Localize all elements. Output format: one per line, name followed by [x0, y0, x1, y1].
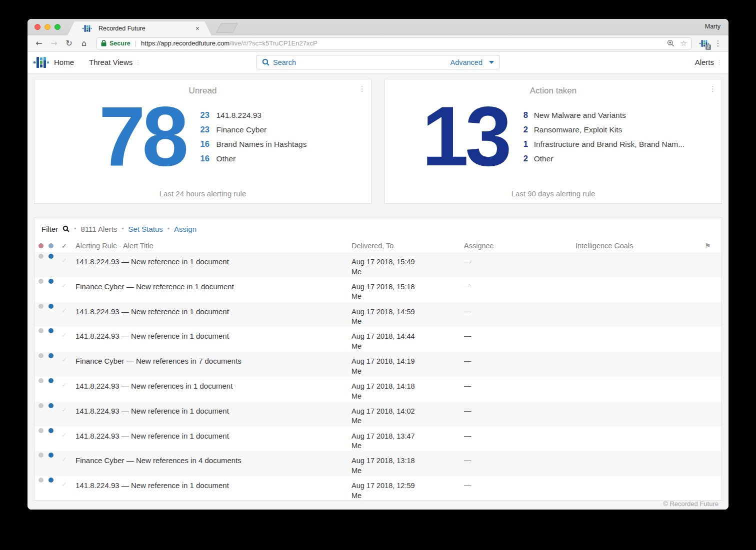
alert-title[interactable]: 141.8.224.93 — New reference in 1 docume…	[76, 302, 352, 316]
row-check-icon[interactable]: ✓	[62, 327, 76, 339]
alert-assignee[interactable]: —	[464, 277, 576, 290]
column-title[interactable]: Alerting Rule - Alert Title	[76, 242, 352, 250]
table-row[interactable]: ✓ 141.8.224.93 — New reference in 1 docu…	[34, 402, 722, 427]
alert-title[interactable]: Finance Cyber — New references in 7 docu…	[76, 352, 352, 365]
alert-assignee[interactable]: —	[464, 252, 576, 265]
table-row[interactable]: ✓ 141.8.224.93 — New reference in 1 docu…	[34, 302, 722, 327]
breakdown-item[interactable]: 2Other	[524, 154, 685, 163]
bookmark-star-icon[interactable]: ☆	[678, 39, 687, 48]
table-row[interactable]: ✓ 141.8.224.93 — New reference in 1 docu…	[34, 327, 722, 352]
breakdown-item[interactable]: 2Ransomware, Exploit Kits	[524, 125, 685, 134]
browser-tab[interactable]: Recorded Future ×	[68, 21, 212, 35]
row-status-dot-icon[interactable]	[38, 478, 44, 483]
alert-title[interactable]: 141.8.224.93 — New references in 1 docum…	[76, 377, 352, 390]
table-row[interactable]: ✓ 141.8.224.93 — New references in 1 doc…	[34, 377, 722, 402]
reload-icon[interactable]: ↻	[62, 38, 76, 48]
row-check-icon[interactable]: ✓	[62, 476, 76, 488]
alert-assignee[interactable]: —	[464, 476, 576, 489]
row-unread-dot-icon[interactable]	[48, 353, 54, 358]
zoom-window-button[interactable]	[54, 24, 60, 30]
search-input[interactable]: Search Advanced	[256, 55, 500, 69]
alert-assignee[interactable]: —	[464, 427, 576, 440]
table-row[interactable]: ✓ Finance Cyber — New references in 7 do…	[34, 352, 722, 377]
row-unread-dot-icon[interactable]	[48, 478, 54, 483]
alert-title[interactable]: 141.8.224.93 — New reference in 1 docume…	[76, 327, 352, 340]
row-unread-dot-icon[interactable]	[48, 378, 54, 383]
table-row[interactable]: ✓ 141.8.224.93 — New reference in 1 docu…	[34, 252, 722, 277]
tab-close-icon[interactable]: ×	[196, 24, 200, 32]
threat-views-menu-icon[interactable]: ⋮	[135, 59, 141, 66]
row-unread-dot-icon[interactable]	[48, 403, 54, 408]
nav-home[interactable]: Home	[54, 58, 74, 66]
minimize-window-button[interactable]	[44, 24, 50, 30]
alert-assignee[interactable]: —	[464, 352, 576, 365]
row-status-dot-icon[interactable]	[38, 304, 44, 309]
row-unread-dot-icon[interactable]	[48, 328, 54, 333]
action-card-menu-icon[interactable]: ⋮	[709, 84, 716, 93]
breakdown-item[interactable]: 23Finance Cyber	[200, 125, 306, 134]
row-check-icon[interactable]: ✓	[62, 302, 76, 314]
row-status-dot-icon[interactable]	[38, 353, 44, 358]
table-row[interactable]: ✓ 141.8.224.93 — New reference in 1 docu…	[34, 476, 722, 501]
select-all-check-icon[interactable]: ✓	[62, 242, 76, 250]
alert-title[interactable]: 141.8.224.93 — New reference in 1 docume…	[76, 427, 352, 440]
row-check-icon[interactable]: ✓	[62, 402, 76, 414]
row-status-dot-icon[interactable]	[38, 378, 44, 383]
nav-threat-views[interactable]: Threat Views	[89, 58, 132, 66]
row-check-icon[interactable]: ✓	[62, 252, 76, 264]
alert-assignee[interactable]: —	[464, 402, 576, 415]
row-check-icon[interactable]: ✓	[62, 427, 76, 439]
table-row[interactable]: ✓ Finance Cyber — New references in 4 do…	[34, 451, 722, 476]
alerts-menu-icon[interactable]: ⋮	[716, 59, 722, 66]
column-assignee[interactable]: Assignee	[464, 242, 576, 250]
row-unread-dot-icon[interactable]	[48, 304, 54, 309]
filter-search-icon[interactable]	[62, 225, 70, 232]
status-red-dot-icon[interactable]	[38, 243, 44, 248]
row-status-dot-icon[interactable]	[38, 453, 44, 458]
row-unread-dot-icon[interactable]	[48, 453, 54, 458]
row-status-dot-icon[interactable]	[38, 403, 44, 408]
alert-title[interactable]: 141.8.224.93 — New reference in 1 docume…	[76, 252, 352, 266]
flag-icon[interactable]: ⚑	[704, 242, 722, 250]
breakdown-item[interactable]: 16Brand Names in Hashtags	[200, 139, 306, 149]
nav-alerts[interactable]: Alerts	[695, 58, 714, 66]
row-status-dot-icon[interactable]	[38, 279, 44, 284]
alert-assignee[interactable]: —	[464, 302, 576, 315]
breakdown-item[interactable]: 8New Malware and Variants	[524, 110, 685, 120]
status-blue-dot-icon[interactable]	[48, 243, 54, 248]
breakdown-item[interactable]: 1Infrastructure and Brand Risk, Brand Na…	[524, 139, 685, 149]
home-icon[interactable]: ⌂	[78, 38, 90, 48]
column-delivered[interactable]: Delivered, To	[352, 242, 464, 250]
alert-title[interactable]: Finance Cyber — New references in 4 docu…	[76, 451, 352, 465]
column-goals[interactable]: Intelligence Goals	[576, 242, 704, 250]
recorded-future-extension-icon[interactable]: 2	[698, 37, 710, 50]
alert-assignee[interactable]: —	[464, 377, 576, 390]
close-window-button[interactable]	[34, 24, 40, 30]
breakdown-item[interactable]: 16Other	[200, 154, 306, 163]
zoom-icon[interactable]	[667, 39, 674, 47]
alert-assignee[interactable]: —	[464, 327, 576, 340]
browser-profile-name[interactable]: Marty	[705, 23, 720, 30]
assign-button[interactable]: Assign	[174, 225, 196, 233]
row-status-dot-icon[interactable]	[38, 254, 44, 259]
alert-assignee[interactable]: —	[464, 451, 576, 464]
breakdown-item[interactable]: 23141.8.224.93	[200, 110, 306, 120]
new-tab-button[interactable]	[216, 23, 238, 33]
alert-title[interactable]: 141.8.224.93 — New reference in 1 docume…	[76, 476, 352, 490]
row-unread-dot-icon[interactable]	[48, 254, 54, 259]
row-unread-dot-icon[interactable]	[48, 279, 54, 284]
recorded-future-logo[interactable]	[34, 57, 49, 68]
set-status-button[interactable]: Set Status	[128, 225, 163, 233]
table-row[interactable]: ✓ Finance Cyber — New reference in 1 doc…	[34, 277, 722, 302]
address-bar[interactable]: Secure | https://app.recordedfuture.com/…	[96, 37, 692, 49]
row-status-dot-icon[interactable]	[38, 428, 44, 433]
table-row[interactable]: ✓ 141.8.224.93 — New reference in 1 docu…	[34, 427, 722, 452]
row-check-icon[interactable]: ✓	[62, 352, 76, 364]
filter-label[interactable]: Filter	[42, 225, 58, 233]
row-check-icon[interactable]: ✓	[62, 377, 76, 389]
back-icon[interactable]: ←	[32, 38, 46, 48]
row-status-dot-icon[interactable]	[38, 328, 44, 333]
unread-card-menu-icon[interactable]: ⋮	[358, 84, 366, 93]
advanced-search-button[interactable]: Advanced	[450, 58, 483, 66]
chevron-down-icon[interactable]	[489, 61, 494, 64]
